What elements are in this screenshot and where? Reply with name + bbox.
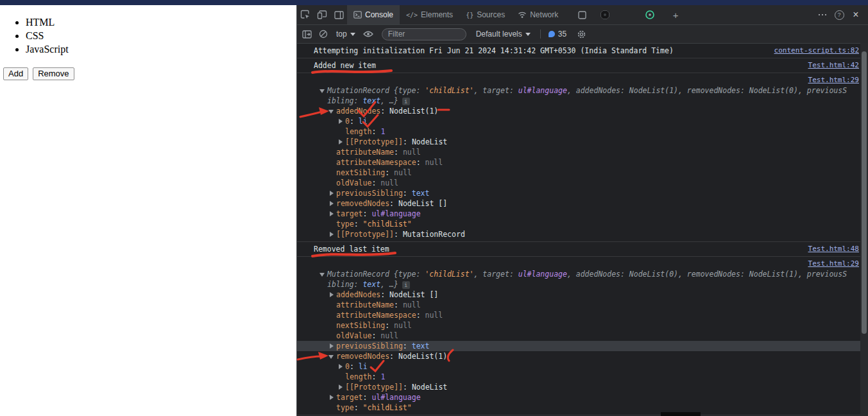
console-settings-gear-icon[interactable] xyxy=(573,26,590,42)
filter-box xyxy=(382,28,466,40)
expander-right-icon[interactable] xyxy=(328,392,336,403)
expander-right-icon[interactable] xyxy=(337,116,345,126)
indent-spacer xyxy=(328,168,336,178)
property-value: NodeList [] xyxy=(398,199,447,208)
tree-row: target: ul#language xyxy=(297,209,868,219)
recorder-extension-icon[interactable] xyxy=(642,7,658,22)
property-name: attributeName xyxy=(336,148,394,157)
expander-right-icon[interactable] xyxy=(337,382,345,392)
separator: : xyxy=(394,148,403,157)
panel-icon[interactable] xyxy=(574,7,590,22)
property-value: NodeList(1) xyxy=(389,107,438,116)
expander-down-icon[interactable] xyxy=(319,269,327,279)
separator: : xyxy=(389,199,398,208)
tree-row-content: type: "childList" xyxy=(336,219,412,229)
frame-selector-value: top xyxy=(336,30,347,39)
console-sidebar-icon[interactable] xyxy=(298,26,315,42)
console-message: Test.html:29MutationRecord {type: 'child… xyxy=(297,73,868,242)
adblock-extension-icon[interactable] xyxy=(597,7,613,22)
expander-right-icon[interactable] xyxy=(328,341,336,351)
console-row: Removed last itemTest.html:48 xyxy=(297,244,868,254)
expander-down-icon[interactable] xyxy=(328,351,336,361)
inspect-icon[interactable] xyxy=(297,7,314,22)
expander-right-icon[interactable] xyxy=(328,290,336,300)
property-value: 1 xyxy=(380,372,385,381)
property-name: addedNodes xyxy=(336,290,380,299)
separator: : xyxy=(385,321,394,330)
tree-row: nextSibling: null xyxy=(297,320,868,331)
object-preview[interactable]: MutationRecord {type: 'childList', targe… xyxy=(327,85,849,106)
source-link[interactable]: Test.html:42 xyxy=(808,60,859,71)
source-link[interactable]: content-script.ts:82 xyxy=(774,46,859,56)
preview-token: ul#language xyxy=(518,270,567,279)
expander-right-icon[interactable] xyxy=(328,198,336,209)
expander-down-icon[interactable] xyxy=(319,85,327,96)
tree-row-content: target: ul#language xyxy=(336,392,421,403)
close-devtools-icon[interactable]: × xyxy=(847,7,864,22)
source-link[interactable]: Test.html:48 xyxy=(808,244,859,254)
live-expression-eye-icon[interactable] xyxy=(360,26,377,42)
console-text: Attempting initialization Fri Jun 21 202… xyxy=(314,46,674,56)
separator: : xyxy=(354,403,363,412)
console-toolbar: top Default levels 35 xyxy=(297,25,868,44)
device-toolbar-icon[interactable] xyxy=(314,7,330,22)
tree-row-content: previousSibling: text xyxy=(336,341,429,351)
help-icon[interactable]: ? xyxy=(831,7,847,22)
source-link[interactable]: Test.html:29 xyxy=(808,259,859,269)
expander-right-icon[interactable] xyxy=(328,229,336,239)
tree-row-content: nextSibling: null xyxy=(336,320,412,331)
indent-spacer xyxy=(328,157,336,168)
default-levels-dropdown[interactable]: Default levels xyxy=(472,30,535,39)
console-message: Test.html:29MutationRecord {type: 'child… xyxy=(297,257,868,415)
info-icon[interactable]: i xyxy=(402,281,410,289)
tab-network[interactable]: Network xyxy=(511,5,565,24)
property-value: null xyxy=(425,158,443,167)
dock-panel-icon[interactable] xyxy=(330,7,347,22)
issues-counter[interactable]: 35 xyxy=(546,30,569,39)
property-name: [[Prototype]] xyxy=(345,137,403,146)
source-link[interactable]: Test.html:29 xyxy=(808,75,859,85)
tree-row: type: "childList" xyxy=(297,403,868,413)
filter-input[interactable] xyxy=(382,28,466,40)
tab-label: Sources xyxy=(477,10,505,19)
remove-button[interactable]: Remove xyxy=(33,67,74,80)
separator: : xyxy=(371,331,380,340)
expander-right-icon[interactable] xyxy=(337,361,345,372)
add-button[interactable]: Add xyxy=(3,67,28,80)
console-scrollbar[interactable] xyxy=(860,43,868,416)
property-value: null xyxy=(403,300,421,309)
property-name: removedNodes xyxy=(336,199,389,208)
tree-row: target: ul#language xyxy=(297,392,868,403)
property-name: previousSibling xyxy=(336,342,403,351)
devtools-panel: Console </> Elements {} Sources Network xyxy=(296,5,868,416)
tree-row: oldValue: null xyxy=(297,178,868,188)
tab-console[interactable]: Console xyxy=(347,5,400,24)
property-value: null xyxy=(403,148,421,157)
tree-row: previousSibling: text xyxy=(297,188,868,198)
expander-right-icon[interactable] xyxy=(337,137,345,147)
info-icon[interactable]: i xyxy=(402,98,410,105)
separator: : xyxy=(385,168,394,177)
tree-row: previousSibling: text xyxy=(297,341,868,351)
preview-token: text xyxy=(362,96,380,105)
indent-spacer xyxy=(328,310,336,320)
property-value: NodeList [] xyxy=(389,290,438,299)
property-value: "childList" xyxy=(363,220,412,229)
expander-down-icon[interactable] xyxy=(328,106,336,116)
tree-row-content: addedNodes: NodeList [] xyxy=(336,290,438,300)
property-name: type xyxy=(336,403,354,412)
add-tab-icon[interactable]: + xyxy=(667,7,684,22)
scrollbar-thumb[interactable] xyxy=(862,51,867,334)
tab-elements[interactable]: </> Elements xyxy=(400,5,459,24)
tab-sources[interactable]: {} Sources xyxy=(459,5,511,24)
separator: : xyxy=(350,117,359,126)
property-value: null xyxy=(394,168,412,177)
clear-console-icon[interactable] xyxy=(315,26,332,42)
tree-row: length: 1 xyxy=(297,372,868,382)
frame-selector[interactable]: top xyxy=(332,30,360,39)
expander-right-icon[interactable] xyxy=(328,209,336,219)
expander-right-icon[interactable] xyxy=(328,188,336,198)
object-preview[interactable]: MutationRecord {type: 'childList', targe… xyxy=(327,269,849,290)
more-menu-icon[interactable] xyxy=(814,7,831,22)
tree-row-content: oldValue: null xyxy=(336,178,398,188)
